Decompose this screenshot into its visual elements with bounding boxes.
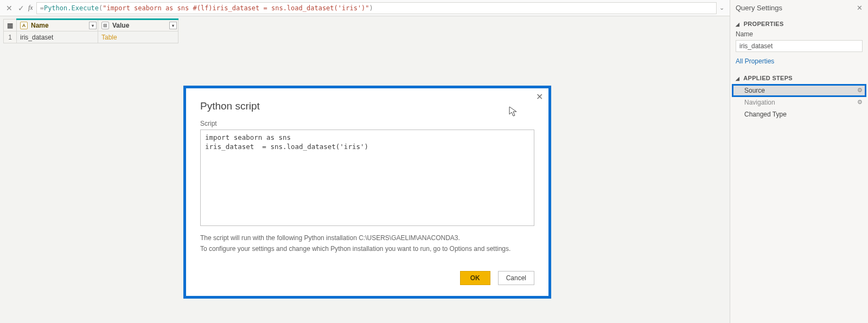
row-index: 1 [4, 31, 17, 43]
panel-title: Query Settings [736, 4, 782, 12]
collapse-triangle-icon: ◢ [736, 76, 739, 81]
table-select-all[interactable]: ▦ [4, 20, 17, 31]
table-row[interactable]: 1 iris_dataset Table [4, 31, 178, 43]
column-header-value[interactable]: ⊞ Value ▾ [98, 20, 178, 31]
formula-bar: ✕ ✓ fx = Python.Execute ( "import seabor… [0, 0, 730, 16]
step-label: Changed Type [744, 111, 787, 118]
column-header-name[interactable]: A Name ▾ [17, 20, 98, 31]
gear-icon[interactable]: ⚙ [857, 99, 863, 106]
properties-section-header[interactable]: ◢ PROPERTIES [730, 15, 868, 29]
formula-cancel-icon[interactable]: ✕ [3, 2, 15, 15]
column-header-label: Value [112, 22, 129, 29]
applied-step-source[interactable]: Source ⚙ [732, 85, 866, 96]
formula-input[interactable]: = Python.Execute ( "import seaborn as sn… [36, 2, 717, 14]
collapse-triangle-icon: ◢ [736, 22, 739, 27]
script-textarea[interactable] [200, 130, 534, 226]
cell-value-table-link[interactable]: Table [98, 31, 178, 43]
formula-expand-icon[interactable]: ⌄ [717, 4, 726, 11]
cell-name[interactable]: iris_dataset [17, 31, 98, 43]
step-label: Navigation [744, 99, 775, 106]
text-type-icon: A [20, 22, 28, 29]
column-filter-dropdown-icon[interactable]: ▾ [89, 22, 97, 29]
step-label: Source [744, 87, 765, 94]
data-preview-grid: ▦ A Name ▾ ⊞ Value [0, 16, 730, 46]
query-settings-panel: Query Settings ✕ ◢ PROPERTIES Name All P… [730, 0, 868, 323]
dialog-info-line-1: The script will run with the following P… [200, 233, 534, 243]
table-type-icon: ⊞ [101, 22, 109, 29]
dialog-title: Python script [200, 100, 534, 112]
panel-close-icon[interactable]: ✕ [857, 4, 863, 12]
query-name-input[interactable] [736, 40, 863, 52]
dialog-close-icon[interactable]: ✕ [536, 93, 543, 101]
applied-step-navigation[interactable]: Navigation ⚙ [732, 96, 866, 108]
python-script-dialog: ✕ Python script Script The script will r… [183, 86, 551, 299]
applied-step-changed-type[interactable]: Changed Type [732, 108, 866, 120]
all-properties-link[interactable]: All Properties [730, 55, 868, 69]
script-label: Script [200, 120, 534, 127]
gear-icon[interactable]: ⚙ [857, 87, 863, 94]
name-label: Name [730, 29, 868, 39]
ok-button[interactable]: OK [460, 271, 490, 285]
formula-commit-icon[interactable]: ✓ [15, 2, 27, 15]
column-header-label: Name [31, 22, 49, 29]
cancel-button[interactable]: Cancel [498, 271, 534, 285]
fx-label: fx [28, 4, 33, 12]
applied-steps-section-header[interactable]: ◢ APPLIED STEPS [730, 69, 868, 83]
column-filter-dropdown-icon[interactable]: ▾ [169, 22, 177, 29]
dialog-info-line-2: To configure your settings and change wh… [200, 244, 534, 254]
